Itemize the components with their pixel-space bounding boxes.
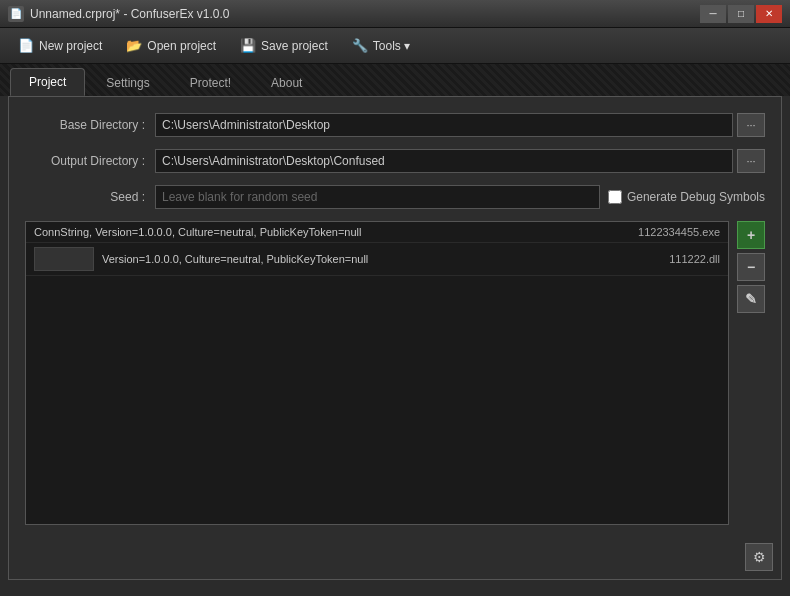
open-project-icon: 📂 (126, 38, 142, 54)
generate-debug-label[interactable]: Generate Debug Symbols (608, 190, 765, 204)
window-title: Unnamed.crproj* - ConfuserEx v1.0.0 (30, 7, 229, 21)
settings-button[interactable]: ⚙ (745, 543, 773, 571)
tab-about[interactable]: About (252, 69, 321, 96)
menu-save-project[interactable]: 💾 Save project (230, 34, 338, 58)
menu-open-project[interactable]: 📂 Open project (116, 34, 226, 58)
maximize-button[interactable]: □ (728, 5, 754, 23)
tools-icon: 🔧 (352, 38, 368, 54)
add-assembly-button[interactable]: + (737, 221, 765, 249)
new-project-icon: 📄 (18, 38, 34, 54)
generate-debug-checkbox[interactable] (608, 190, 622, 204)
menu-open-project-label: Open project (147, 39, 216, 53)
tab-bar: Project Settings Protect! About (0, 64, 790, 96)
output-directory-browse[interactable]: ··· (737, 149, 765, 173)
bottom-bar: ⚙ (745, 543, 773, 571)
base-directory-row: Base Directory : ··· (25, 113, 765, 137)
assembly-row[interactable]: ConnString, Version=1.0.0.0, Culture=neu… (26, 222, 728, 243)
output-directory-row: Output Directory : ··· (25, 149, 765, 173)
assembly-section: ConnString, Version=1.0.0.0, Culture=neu… (25, 221, 765, 561)
app-icon: 📄 (8, 6, 24, 22)
menu-save-project-label: Save project (261, 39, 328, 53)
menu-new-project-label: New project (39, 39, 102, 53)
title-bar-left: 📄 Unnamed.crproj* - ConfuserEx v1.0.0 (8, 6, 229, 22)
base-directory-label: Base Directory : (25, 118, 155, 132)
output-directory-label: Output Directory : (25, 154, 155, 168)
window-controls: ─ □ ✕ (700, 5, 782, 23)
menu-tools[interactable]: 🔧 Tools ▾ (342, 34, 420, 58)
side-buttons: + − ✎ (737, 221, 765, 313)
menu-tools-label: Tools ▾ (373, 39, 410, 53)
assembly-list[interactable]: ConnString, Version=1.0.0.0, Culture=neu… (25, 221, 729, 525)
seed-row: Seed : Generate Debug Symbols (25, 185, 765, 209)
edit-assembly-button[interactable]: ✎ (737, 285, 765, 313)
seed-input[interactable] (155, 185, 600, 209)
menu-new-project[interactable]: 📄 New project (8, 34, 112, 58)
menu-bar: 📄 New project 📂 Open project 💾 Save proj… (0, 28, 790, 64)
assembly-file: 1122334455.exe (638, 226, 720, 238)
tab-project[interactable]: Project (10, 68, 85, 96)
base-directory-input[interactable] (155, 113, 733, 137)
close-button[interactable]: ✕ (756, 5, 782, 23)
main-content: Base Directory : ··· Output Directory : … (8, 96, 782, 580)
assembly-name: ConnString, Version=1.0.0.0, Culture=neu… (34, 226, 630, 238)
tab-protect[interactable]: Protect! (171, 69, 250, 96)
output-directory-input[interactable] (155, 149, 733, 173)
save-project-icon: 💾 (240, 38, 256, 54)
assembly-name: Version=1.0.0.0, Culture=neutral, Public… (102, 253, 661, 265)
assembly-row[interactable]: Version=1.0.0.0, Culture=neutral, Public… (26, 243, 728, 276)
seed-label: Seed : (25, 190, 155, 204)
tab-settings[interactable]: Settings (87, 69, 168, 96)
remove-assembly-button[interactable]: − (737, 253, 765, 281)
base-directory-browse[interactable]: ··· (737, 113, 765, 137)
assembly-file: 111222.dll (669, 253, 720, 265)
minimize-button[interactable]: ─ (700, 5, 726, 23)
title-bar: 📄 Unnamed.crproj* - ConfuserEx v1.0.0 ─ … (0, 0, 790, 28)
assembly-thumbnail (34, 247, 94, 271)
